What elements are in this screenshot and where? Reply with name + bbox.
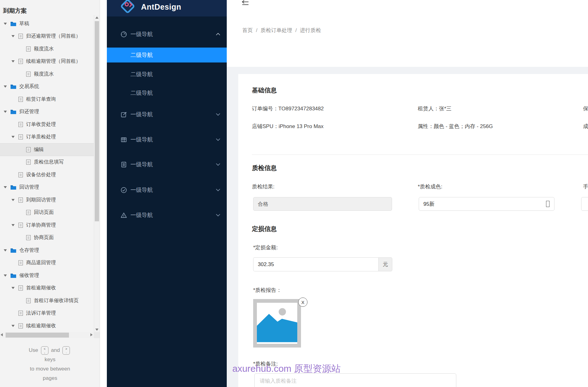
brand-name: AntDesign xyxy=(141,2,181,12)
menu-fold-icon[interactable] xyxy=(241,0,250,8)
chevron-down-icon xyxy=(216,214,220,216)
expand-arrow-icon[interactable] xyxy=(11,199,15,201)
tree-item[interactable]: 续租逾期催收 xyxy=(0,320,94,332)
scroll-left-icon[interactable] xyxy=(1,333,3,336)
nav-item-level2[interactable]: 二级导航 xyxy=(107,67,227,82)
expand-arrow-icon[interactable] xyxy=(4,85,7,88)
tree-item-label: 催收管理 xyxy=(19,272,39,279)
vertical-scrollbar[interactable] xyxy=(94,15,100,332)
scroll-down-icon[interactable] xyxy=(95,329,98,331)
tree-item[interactable]: 商品退回管理 xyxy=(0,257,94,270)
tree-item[interactable]: 首租逾期催收 xyxy=(0,282,94,295)
tree-item[interactable]: 设备估价处理 xyxy=(0,168,94,181)
keys-help-line3: to move between xyxy=(0,364,100,374)
expand-arrow-icon[interactable] xyxy=(4,249,7,251)
breadcrumb-item[interactable]: 质检订单处理 xyxy=(261,27,292,34)
nav-item-label: 一级导航 xyxy=(130,136,153,143)
nav-item-level1[interactable]: 一级导航 xyxy=(107,157,227,172)
tree-item[interactable]: 到期回访管理 xyxy=(0,194,94,206)
attribute-value: 颜色 - 蓝色；内存 - 256G xyxy=(434,123,493,129)
expand-arrow-icon[interactable] xyxy=(11,287,15,289)
tree-item[interactable]: 仓存管理 xyxy=(0,244,94,257)
damage-amount-input[interactable] xyxy=(253,257,378,271)
tree-item[interactable]: 编辑 xyxy=(0,143,94,156)
scroll-up-icon[interactable] xyxy=(95,16,98,19)
tree-item[interactable]: 催收管理 xyxy=(0,269,94,282)
horizontal-scrollbar-thumb[interactable] xyxy=(6,333,69,338)
page-icon xyxy=(26,71,31,77)
sidebar-title: 到期方案 xyxy=(3,7,27,15)
tree-item[interactable]: 交易系统 xyxy=(0,81,94,93)
tree-item-label: 回访管理 xyxy=(19,184,39,191)
page-icon xyxy=(18,223,23,228)
renter-field: 租赁人：张*三 xyxy=(418,105,452,113)
attribute-field: 属性：颜色 - 蓝色；内存 - 256G xyxy=(418,123,493,130)
scroll-right-icon[interactable] xyxy=(90,333,93,336)
breadcrumb-item[interactable]: 进行质检 xyxy=(300,27,321,34)
tree-item-label: 额度流水 xyxy=(34,46,54,52)
expand-arrow-icon[interactable] xyxy=(11,35,15,37)
expand-arrow-icon[interactable] xyxy=(11,60,15,62)
tree-item[interactable]: 回访页面 xyxy=(0,206,94,219)
expand-arrow-icon[interactable] xyxy=(4,111,7,113)
folder-icon xyxy=(11,248,16,253)
check-circle-icon xyxy=(121,187,127,193)
horizontal-scrollbar[interactable] xyxy=(0,332,94,338)
tree-item-label: 订单协商管理 xyxy=(26,222,56,228)
breadcrumb-separator: / xyxy=(295,27,297,34)
damage-amount-group: 元 xyxy=(253,257,392,271)
tree-item-label: 归还管理 xyxy=(19,108,39,115)
tree-item[interactable]: 首租订单催收详情页 xyxy=(0,294,94,307)
profile-icon xyxy=(121,161,127,168)
nav-item-level1[interactable]: 一级导航 xyxy=(107,208,227,223)
tree-item[interactable]: 订单质检处理 xyxy=(0,131,94,144)
page-icon xyxy=(18,285,23,291)
tree-item[interactable]: 额度流水 xyxy=(0,43,94,55)
tree-item[interactable]: 协商页面 xyxy=(0,232,94,244)
tree-item[interactable]: 回访管理 xyxy=(0,181,94,194)
remove-image-button[interactable]: X xyxy=(298,297,308,307)
tree-item[interactable]: 草稿 xyxy=(0,17,94,30)
nav-item-level2[interactable]: 二级导航 xyxy=(107,85,227,100)
tree-item-label: 编辑 xyxy=(34,146,44,153)
dashboard-icon xyxy=(121,31,127,38)
qc-result-input[interactable] xyxy=(253,197,392,211)
tree-item[interactable]: 额度流水 xyxy=(0,68,94,81)
tree-item[interactable]: 归还逾期管理（同首租） xyxy=(0,30,94,43)
missing-glyph-icon[interactable] xyxy=(546,201,549,207)
basic-info-heading: 基础信息 xyxy=(252,86,277,94)
qc-grade-input[interactable] xyxy=(419,197,554,211)
tree-item-label: 额度流水 xyxy=(34,71,54,77)
clipped-column-row2: 成 xyxy=(583,123,588,130)
qc-remark-textarea[interactable] xyxy=(254,373,456,387)
tree-item[interactable]: 归还管理 xyxy=(0,106,94,118)
nav-item-level1[interactable]: 一级导航 xyxy=(107,27,227,42)
expand-arrow-icon[interactable] xyxy=(4,186,7,188)
nav-item-level1[interactable]: 一级导航 xyxy=(107,107,227,122)
vertical-scrollbar-thumb[interactable] xyxy=(95,21,99,221)
nav-item-level1[interactable]: 一级导航 xyxy=(107,182,227,197)
qc-report-image[interactable] xyxy=(253,299,301,348)
tree-item[interactable]: 订单收货处理 xyxy=(0,118,94,131)
nav-item-level2-selected[interactable]: 二级导航 xyxy=(107,48,227,62)
tree-item[interactable]: 租赁订单查询 xyxy=(0,93,94,106)
expand-arrow-icon[interactable] xyxy=(4,274,7,277)
clipped-column-input[interactable] xyxy=(581,197,588,211)
tree-item[interactable]: 质检信息填写 xyxy=(0,156,94,169)
nav-item-level1[interactable]: 一级导航 xyxy=(107,132,227,147)
expand-arrow-icon[interactable] xyxy=(11,224,15,226)
tree-item[interactable]: 续租逾期管理（同首租） xyxy=(0,55,94,68)
breadcrumb-item[interactable]: 首页 xyxy=(242,27,253,34)
tree-item[interactable]: 订单协商管理 xyxy=(0,219,94,232)
folder-icon xyxy=(11,21,16,26)
page-icon xyxy=(26,159,31,165)
keys-help-line2: keys xyxy=(0,355,100,364)
tree-item-label: 交易系统 xyxy=(19,83,39,90)
tree-item[interactable]: 法诉订单管理 xyxy=(0,307,94,320)
expand-arrow-icon[interactable] xyxy=(11,325,15,327)
expand-arrow-icon[interactable] xyxy=(11,136,15,138)
keys-help-line1: Use <, and >. xyxy=(0,346,100,355)
page-tree: 草稿归还逾期管理（同首租）额度流水续租逾期管理（同首租）额度流水交易系统租赁订单… xyxy=(0,17,94,332)
renter-label: 租赁人： xyxy=(418,106,439,112)
expand-arrow-icon[interactable] xyxy=(4,23,7,25)
